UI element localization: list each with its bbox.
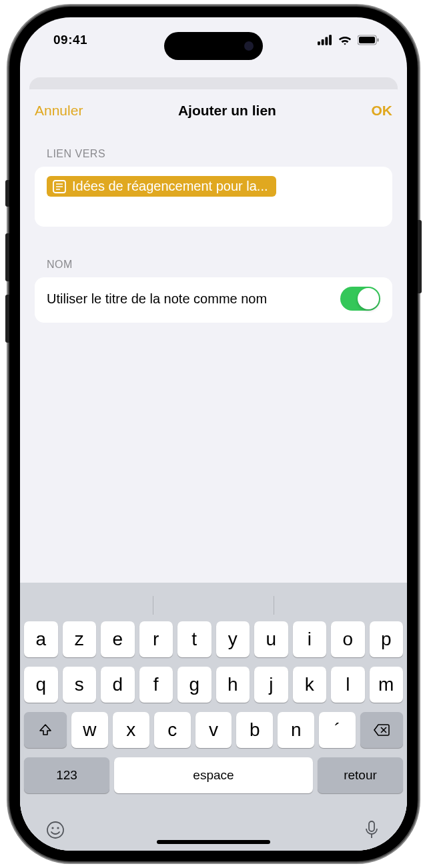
dynamic-island bbox=[164, 32, 263, 60]
svg-rect-1 bbox=[322, 39, 324, 45]
key-n[interactable]: n bbox=[278, 712, 314, 748]
key-i[interactable]: i bbox=[293, 621, 327, 657]
key-s[interactable]: s bbox=[63, 667, 97, 703]
home-indicator[interactable] bbox=[157, 840, 270, 844]
wifi-icon bbox=[338, 35, 352, 45]
keyboard-row-4: 123 espace retour bbox=[24, 757, 403, 793]
space-key[interactable]: espace bbox=[114, 757, 313, 793]
status-time: 09:41 bbox=[53, 33, 87, 47]
key-q[interactable]: q bbox=[24, 667, 58, 703]
keyboard-row-3: w x c v b n ´ bbox=[24, 712, 403, 748]
name-label: NOM bbox=[35, 249, 392, 277]
toggle-knob bbox=[358, 288, 379, 309]
emoji-icon bbox=[45, 820, 65, 840]
key-k[interactable]: k bbox=[293, 667, 327, 703]
numbers-key[interactable]: 123 bbox=[24, 757, 109, 793]
key-b[interactable]: b bbox=[236, 712, 273, 748]
keyboard: a z e r t y u i o p q s d f g h bbox=[20, 583, 407, 851]
note-chip-text: Idées de réagencement pour la... bbox=[72, 179, 268, 194]
backspace-icon bbox=[373, 723, 390, 737]
modal-content: LIEN VERS Idées de réagencement pour la.… bbox=[20, 132, 407, 583]
key-e[interactable]: e bbox=[101, 621, 135, 657]
keyboard-row-2: q s d f g h j k l m bbox=[24, 667, 403, 703]
return-key[interactable]: retour bbox=[318, 757, 403, 793]
dictation-key[interactable] bbox=[360, 819, 383, 841]
svg-point-14 bbox=[51, 827, 53, 829]
key-p[interactable]: p bbox=[370, 621, 404, 657]
key-j[interactable]: j bbox=[254, 667, 288, 703]
key-u[interactable]: u bbox=[254, 621, 288, 657]
shift-icon bbox=[38, 723, 53, 737]
battery-icon bbox=[358, 35, 379, 45]
use-title-toggle[interactable] bbox=[340, 287, 380, 311]
key-w[interactable]: w bbox=[71, 712, 108, 748]
cellular-signal-icon bbox=[318, 35, 332, 45]
keyboard-row-1: a z e r t y u i o p bbox=[24, 621, 403, 657]
note-chip[interactable]: Idées de réagencement pour la... bbox=[47, 176, 276, 197]
key-g[interactable]: g bbox=[177, 667, 211, 703]
key-o[interactable]: o bbox=[331, 621, 365, 657]
link-to-label: LIEN VERS bbox=[35, 139, 392, 167]
key-v[interactable]: v bbox=[195, 712, 232, 748]
key-f[interactable]: f bbox=[139, 667, 173, 703]
svg-rect-2 bbox=[325, 37, 328, 45]
use-title-label: Utiliser le titre de la note comme nom bbox=[47, 290, 280, 307]
backspace-key[interactable] bbox=[360, 712, 403, 748]
microphone-icon bbox=[364, 820, 379, 840]
note-icon bbox=[52, 179, 67, 194]
status-icons bbox=[318, 35, 379, 45]
svg-rect-16 bbox=[369, 821, 374, 831]
key-a[interactable]: a bbox=[24, 621, 58, 657]
key-accent[interactable]: ´ bbox=[319, 712, 356, 748]
svg-point-13 bbox=[47, 822, 63, 838]
svg-rect-5 bbox=[359, 37, 375, 43]
svg-rect-3 bbox=[329, 35, 332, 45]
link-to-field[interactable]: Idées de réagencement pour la... bbox=[35, 167, 392, 227]
shift-key[interactable] bbox=[24, 712, 67, 748]
key-m[interactable]: m bbox=[370, 667, 404, 703]
key-t[interactable]: t bbox=[177, 621, 211, 657]
key-y[interactable]: y bbox=[216, 621, 250, 657]
key-d[interactable]: d bbox=[101, 667, 135, 703]
svg-rect-6 bbox=[378, 39, 379, 42]
cancel-button[interactable]: Annuler bbox=[35, 103, 83, 119]
key-c[interactable]: c bbox=[154, 712, 191, 748]
modal-header: Annuler Ajouter un lien OK bbox=[20, 89, 407, 132]
svg-rect-0 bbox=[318, 41, 320, 45]
modal-title: Ajouter un lien bbox=[178, 103, 276, 119]
screen: 09:41 Annuler Ajouter un lien OK bbox=[20, 17, 407, 851]
emoji-key[interactable] bbox=[44, 819, 67, 841]
svg-point-15 bbox=[57, 827, 59, 829]
key-r[interactable]: r bbox=[139, 621, 173, 657]
phone-frame: 09:41 Annuler Ajouter un lien OK bbox=[9, 7, 418, 861]
key-z[interactable]: z bbox=[63, 621, 97, 657]
key-h[interactable]: h bbox=[216, 667, 250, 703]
keyboard-candidates-bar[interactable] bbox=[24, 589, 403, 621]
add-link-modal: Annuler Ajouter un lien OK LIEN VERS Idé… bbox=[20, 89, 407, 851]
use-title-row: Utiliser le titre de la note comme nom bbox=[35, 277, 392, 323]
key-l[interactable]: l bbox=[331, 667, 365, 703]
ok-button[interactable]: OK bbox=[371, 103, 392, 119]
key-x[interactable]: x bbox=[113, 712, 149, 748]
